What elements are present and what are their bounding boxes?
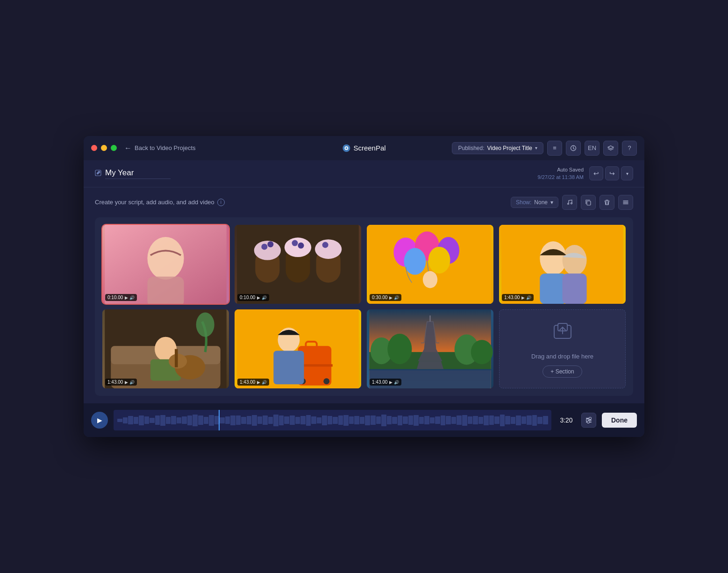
waveform-bar bbox=[457, 415, 462, 425]
waveform-bar bbox=[230, 415, 236, 426]
waveform-bar bbox=[543, 416, 548, 424]
layers-icon-btn[interactable] bbox=[603, 141, 618, 156]
waveform-bar bbox=[306, 415, 311, 426]
waveform-bar bbox=[241, 417, 246, 423]
close-button[interactable] bbox=[91, 145, 97, 151]
timeline-waveform bbox=[114, 410, 551, 430]
waveform-bar bbox=[381, 415, 386, 426]
publish-dropdown-icon: ▾ bbox=[535, 145, 537, 150]
show-select[interactable]: Show: None ▾ bbox=[511, 197, 558, 208]
waveform-bar bbox=[354, 416, 359, 424]
waveform-bar bbox=[177, 417, 182, 423]
svg-point-50 bbox=[323, 378, 329, 384]
waveform-bar bbox=[424, 416, 429, 424]
video-card-4[interactable]: 1:43.00 ▶ 🔊 bbox=[499, 225, 626, 304]
waveform-bar bbox=[284, 416, 289, 424]
svg-point-68 bbox=[587, 421, 590, 423]
waveform-bar bbox=[376, 416, 381, 424]
auto-saved-info: Auto Saved 9/27/22 at 11:38 AM bbox=[538, 166, 584, 181]
waveform-bar bbox=[527, 415, 532, 425]
waveform-bar bbox=[338, 415, 343, 425]
waveform-bar bbox=[398, 415, 403, 426]
svg-point-44 bbox=[196, 313, 214, 337]
back-to-projects-link[interactable]: ← Back to Video Projects bbox=[124, 144, 196, 152]
drop-zone[interactable]: Drag and drop file here + Section bbox=[499, 309, 626, 388]
maximize-button[interactable] bbox=[111, 145, 117, 151]
copy-button[interactable] bbox=[581, 195, 596, 210]
waveform-bar bbox=[403, 416, 408, 424]
script-icon-btn[interactable]: ≡ bbox=[547, 141, 562, 156]
vid-icons-4: ▶ 🔊 bbox=[521, 295, 531, 300]
waveform-bar bbox=[182, 416, 187, 424]
svg-rect-10 bbox=[147, 276, 184, 304]
waveform-bar bbox=[537, 417, 542, 423]
copy-icon bbox=[585, 199, 592, 206]
waveform-bar bbox=[155, 415, 160, 425]
video-grid: 0:10.00 ▶ 🔊 bbox=[95, 217, 633, 396]
show-label: Show: bbox=[516, 199, 531, 206]
undo-button[interactable]: ↩ bbox=[589, 166, 603, 180]
svg-point-22 bbox=[322, 242, 328, 248]
section-title-text: Create your script, add audio, and add v… bbox=[95, 199, 214, 206]
waveform-bar bbox=[441, 415, 446, 426]
svg-point-5 bbox=[568, 203, 569, 204]
timeline-track[interactable] bbox=[114, 410, 551, 430]
waveform-bar bbox=[333, 417, 338, 423]
minimize-button[interactable] bbox=[101, 145, 107, 151]
play-button[interactable]: ▶ bbox=[91, 412, 108, 429]
thumb-3-image bbox=[367, 225, 493, 304]
waveform-bar bbox=[290, 415, 295, 425]
svg-point-6 bbox=[571, 202, 572, 204]
svg-point-18 bbox=[261, 244, 267, 250]
edit-project-icon[interactable] bbox=[95, 170, 101, 178]
svg-rect-35 bbox=[563, 273, 587, 304]
thumb-2-image bbox=[235, 225, 361, 304]
waveform-bar bbox=[198, 415, 203, 425]
publish-value: Video Project Title bbox=[487, 145, 533, 151]
video-card-3[interactable]: 0:30.00 ▶ 🔊 bbox=[367, 225, 493, 304]
waveform-bar bbox=[505, 416, 510, 424]
undo-redo-group: ↩ ↪ ▾ bbox=[589, 166, 633, 180]
video-card-7[interactable]: 1:43.00 ▶ 🔊 bbox=[367, 309, 493, 388]
info-icon[interactable]: i bbox=[217, 199, 225, 206]
waveform-bar bbox=[532, 415, 537, 426]
timeline-icon bbox=[585, 416, 592, 424]
drop-zone-icon bbox=[551, 321, 574, 347]
trash-icon bbox=[604, 199, 610, 206]
history-icon-btn[interactable] bbox=[566, 141, 581, 156]
video-card-2[interactable]: 0:10.00 ▶ 🔊 bbox=[235, 225, 361, 304]
app-title: ScreenPal bbox=[342, 144, 385, 152]
redo-button[interactable]: ↪ bbox=[605, 166, 619, 180]
waveform-bar bbox=[263, 415, 268, 425]
waveform-bar bbox=[494, 416, 500, 424]
video-card-6[interactable]: 1:43.00 ▶ 🔊 bbox=[235, 309, 361, 388]
vid-icons-1: ▶ 🔊 bbox=[125, 295, 135, 300]
timeline-playhead bbox=[219, 410, 220, 430]
waveform-bar bbox=[247, 416, 252, 424]
timeline-settings-button[interactable] bbox=[581, 413, 596, 428]
language-icon-btn[interactable]: EN bbox=[585, 141, 600, 156]
list-view-button[interactable] bbox=[618, 195, 633, 210]
delete-button[interactable] bbox=[600, 195, 614, 210]
waveform-bar bbox=[139, 415, 144, 426]
project-name[interactable]: My Year bbox=[105, 168, 171, 179]
vid-icons-3: ▶ 🔊 bbox=[389, 295, 399, 300]
svg-point-58 bbox=[471, 340, 493, 364]
waveform-bar bbox=[521, 416, 527, 424]
time-display: 3:20 bbox=[557, 416, 576, 424]
help-icon-btn[interactable]: ? bbox=[622, 141, 637, 156]
done-button[interactable]: Done bbox=[602, 413, 637, 428]
add-music-button[interactable] bbox=[562, 195, 577, 210]
waveform-bar bbox=[462, 415, 467, 426]
video-duration-4: 1:43.00 ▶ 🔊 bbox=[502, 294, 534, 301]
video-card-5[interactable]: 1:43.00 ▶ 🔊 bbox=[102, 309, 229, 388]
drop-zone-text: Drag and drop file here bbox=[531, 353, 593, 360]
vid-icons-5: ▶ 🔊 bbox=[125, 380, 135, 385]
add-section-button[interactable]: + Section bbox=[542, 365, 582, 378]
section-header: Create your script, add audio, and add v… bbox=[95, 195, 633, 210]
video-card-1[interactable]: 0:10.00 ▶ 🔊 bbox=[102, 225, 229, 304]
video-duration-5: 1:43.00 ▶ 🔊 bbox=[105, 379, 137, 386]
publish-button[interactable]: Published: Video Project Title ▾ bbox=[452, 142, 543, 154]
more-options-button[interactable]: ▾ bbox=[621, 166, 633, 180]
waveform-bar bbox=[311, 416, 316, 424]
